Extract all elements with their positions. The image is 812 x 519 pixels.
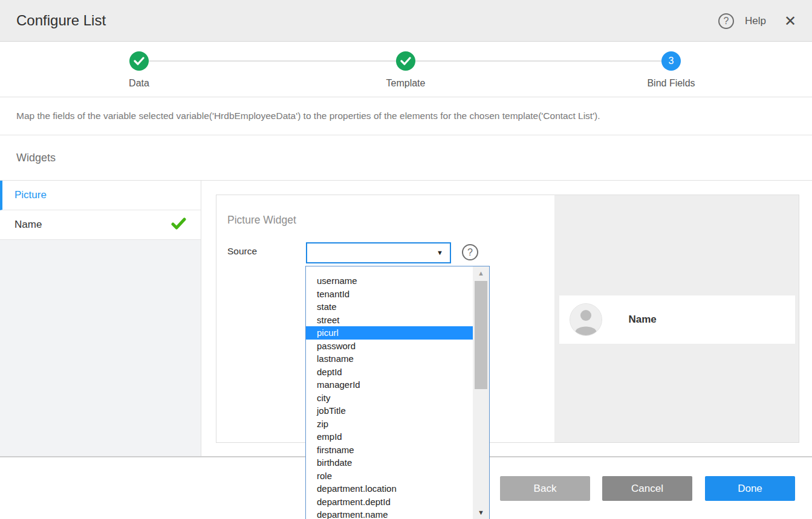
check-icon [134, 57, 145, 65]
widget-item-name[interactable]: Name [0, 210, 201, 240]
chevron-down-icon: ▼ [437, 249, 443, 256]
done-button[interactable]: Done [705, 476, 795, 501]
back-button[interactable]: Back [500, 476, 590, 501]
contact-list-preview-card: Name [559, 295, 795, 344]
description-row: Map the fields of the variable selected … [0, 97, 812, 135]
scroll-down-icon[interactable]: ▼ [473, 509, 489, 516]
template-preview: Name [554, 195, 799, 442]
dropdown-option[interactable]: zip [306, 417, 473, 431]
stepper-connector [149, 60, 396, 62]
description-text: Map the fields of the variable selected … [16, 111, 600, 121]
wizard-stepper: Data Template 3 Bind Fields [0, 42, 812, 97]
dropdown-options: username tenantId state street picurl pa… [306, 266, 473, 519]
panel-title: Picture Widget [227, 214, 296, 227]
step-bind-fields-label: Bind Fields [629, 78, 713, 89]
dropdown-option[interactable]: username [306, 274, 473, 288]
widgets-list: Picture Name [0, 181, 201, 456]
scrollbar-thumb[interactable] [475, 281, 487, 389]
step-bind-fields-icon[interactable]: 3 [661, 51, 681, 71]
dropdown-option[interactable]: street [306, 314, 473, 327]
dropdown-option[interactable]: empId [306, 430, 473, 443]
source-select[interactable]: ▼ [306, 242, 451, 263]
dropdown-option[interactable]: department.deptId [306, 495, 473, 509]
dropdown-option[interactable]: password [306, 340, 473, 353]
dropdown-option[interactable]: firstname [306, 443, 473, 457]
scroll-up-icon[interactable]: ▲ [473, 269, 489, 277]
dropdown-option[interactable]: birthdate [306, 456, 473, 469]
step-template-icon[interactable] [396, 51, 415, 71]
dropdown-option[interactable]: role [306, 469, 473, 483]
step-template-label: Template [363, 78, 448, 89]
dropdown-scrollbar[interactable]: ▲ ▼ [473, 266, 489, 519]
header-actions: ? Help ✕ [718, 0, 796, 42]
dropdown-option[interactable]: managerId [306, 378, 473, 392]
cancel-button[interactable]: Cancel [602, 476, 692, 501]
stepper-connector [415, 60, 661, 62]
check-icon [400, 57, 411, 65]
step-data-label: Data [97, 78, 181, 89]
source-help[interactable]: ? [462, 244, 478, 260]
step-data-icon[interactable] [129, 51, 149, 71]
widget-item-picture[interactable]: Picture [0, 181, 201, 210]
dropdown-option[interactable]: deptId [306, 366, 473, 379]
widget-item-label: Picture [15, 189, 47, 201]
widgets-section-title: Widgets [16, 152, 56, 164]
close-icon[interactable]: ✕ [784, 14, 796, 28]
dropdown-option[interactable]: tenantId [306, 288, 473, 301]
dropdown-option[interactable]: jobTitle [306, 404, 473, 417]
dropdown-option[interactable]: city [306, 392, 473, 405]
dropdown-option[interactable]: department.name [306, 508, 473, 519]
mapped-check-icon [171, 218, 186, 233]
avatar-placeholder-icon [570, 303, 602, 336]
help-icon[interactable]: ? [718, 13, 734, 29]
widget-editor-panel: Picture Widget Source ▼ ? Name [216, 195, 799, 443]
dropdown-option-selected[interactable]: picurl [306, 326, 473, 340]
preview-name-label: Name [628, 314, 656, 326]
help-icon[interactable]: ? [462, 244, 478, 260]
help-link[interactable]: Help [745, 15, 766, 27]
dropdown-option[interactable]: lastname [306, 352, 473, 366]
dialog-title: Configure List [16, 12, 106, 29]
dropdown-option[interactable]: department.location [306, 482, 473, 495]
source-dropdown-list: username tenantId state street picurl pa… [305, 266, 490, 519]
dropdown-option[interactable]: state [306, 300, 473, 314]
source-label: Source [227, 246, 257, 257]
dialog-header: Configure List ? Help ✕ [0, 0, 812, 42]
widget-item-label: Name [15, 219, 42, 231]
widgets-header-row: Widgets [0, 135, 812, 181]
